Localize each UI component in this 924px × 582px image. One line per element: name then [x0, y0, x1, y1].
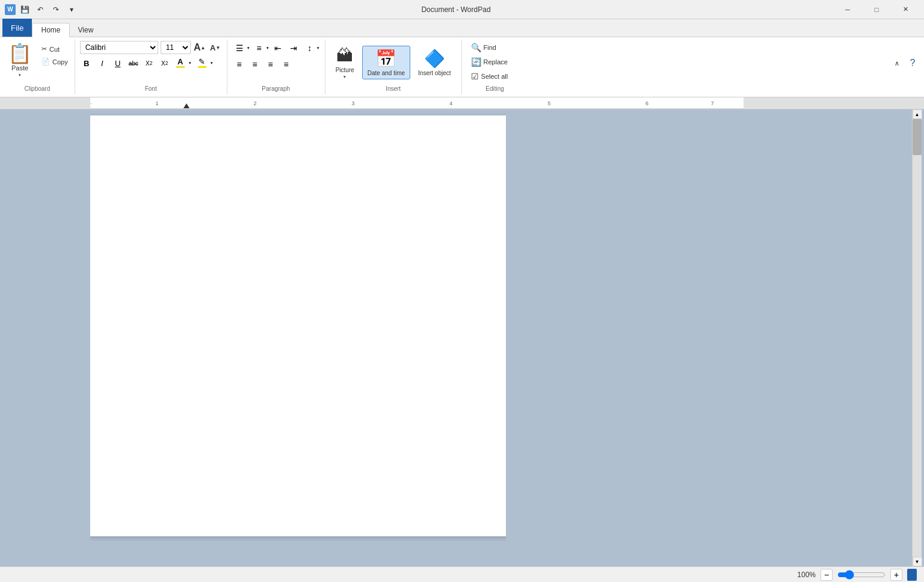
zoom-out-button[interactable]: −	[821, 569, 833, 581]
quick-access-dropdown[interactable]: ▾	[65, 3, 78, 16]
ribbon-wrapper: File Home View 📋 Paste ▾ ✂ Cut 📄	[0, 19, 924, 97]
bullet-list-arrow: ▾	[247, 46, 250, 51]
font-name-select[interactable]: Calibri	[80, 41, 158, 54]
paragraph-row1: ☰ ▾ ≡ ▾ ⇤ ⇥ ↕ ▾	[232, 41, 320, 55]
align-left-button[interactable]: ≡	[232, 58, 247, 71]
font-size-select[interactable]: 11	[161, 41, 191, 54]
ruler-marks-svg: · 1 2 3 4 5 6 7	[90, 97, 744, 109]
bold-button[interactable]: B	[80, 57, 93, 70]
right-side-margin: ▲ ▼	[506, 109, 924, 566]
document-page[interactable]	[90, 115, 506, 536]
numbered-list-icon: ≡	[252, 41, 266, 55]
left-indent-marker	[183, 103, 189, 108]
align-right-button[interactable]: ≡	[263, 58, 278, 71]
svg-text:2: 2	[254, 100, 257, 106]
underline-button[interactable]: U	[111, 57, 125, 70]
scrollbar-track	[913, 119, 922, 557]
line-spacing-arrow: ▾	[317, 46, 319, 51]
highlight-icon: ✎	[199, 57, 205, 66]
tab-home[interactable]: Home	[32, 23, 69, 37]
zoom-in-button[interactable]: +	[890, 569, 902, 581]
ribbon-tabs: File Home View	[0, 19, 924, 37]
editing-group: 🔍 Find 🔄 Replace ☑ Select all Editing	[462, 40, 528, 94]
strikethrough-button[interactable]: abc	[127, 57, 140, 70]
picture-icon: 🏔	[336, 46, 353, 66]
font-shrink-button[interactable]: A▼	[209, 41, 222, 54]
align-center-button[interactable]: ≡	[248, 58, 262, 71]
bullet-list-button[interactable]: ☰ ▾	[232, 41, 250, 55]
paragraph-row2: ≡ ≡ ≡ ≡	[232, 58, 320, 71]
subscript-button[interactable]: X2	[143, 57, 156, 70]
svg-text:6: 6	[645, 100, 648, 106]
select-all-button[interactable]: ☑ Select all	[467, 70, 523, 83]
ribbon: 📋 Paste ▾ ✂ Cut 📄 Copy Clipboard	[0, 37, 924, 97]
redo-button[interactable]: ↷	[49, 3, 63, 16]
picture-button[interactable]: 🏔 Picture ▾	[330, 43, 360, 82]
insert-content: 🏔 Picture ▾ 📅 Date and time 🔷 Insert obj…	[330, 41, 457, 84]
superscript-button[interactable]: X2	[158, 57, 171, 70]
highlight-color-button[interactable]: ✎	[196, 57, 209, 70]
tab-file[interactable]: File	[2, 19, 32, 37]
ruler-inner: · 1 2 3 4 5 6 7	[90, 97, 744, 109]
paste-icon: 📋	[8, 44, 32, 63]
insert-group-label: Insert	[330, 84, 457, 93]
insert-group: 🏔 Picture ▾ 📅 Date and time 🔷 Insert obj…	[325, 40, 462, 94]
svg-text:3: 3	[351, 100, 354, 106]
paste-button[interactable]: 📋 Paste ▾	[2, 41, 37, 84]
scrollbar-thumb[interactable]	[913, 119, 922, 155]
increase-indent-button[interactable]: ⇥	[286, 41, 301, 55]
italic-button[interactable]: I	[96, 57, 109, 70]
font-grow-button[interactable]: A▲	[193, 41, 206, 54]
decrease-indent-button[interactable]: ⇤	[271, 41, 285, 55]
find-button[interactable]: 🔍 Find	[467, 41, 523, 54]
insert-object-icon: 🔷	[424, 49, 445, 69]
maximize-button[interactable]: □	[863, 0, 890, 19]
numbered-list-button[interactable]: ≡ ▾	[251, 41, 270, 55]
close-button[interactable]: ✕	[892, 0, 919, 19]
app-icon: W	[5, 4, 16, 15]
help-button[interactable]: ?	[906, 57, 919, 70]
bullet-list-icon: ☰	[233, 41, 247, 55]
minimize-button[interactable]: ─	[834, 0, 861, 19]
window-controls: ─ □ ✕	[834, 0, 919, 19]
font-color-swatch	[176, 66, 185, 68]
picture-label: Picture	[336, 67, 354, 73]
copy-icon: 📄	[42, 58, 50, 66]
font-color-icon: A	[177, 57, 183, 66]
save-button[interactable]: 💾	[18, 3, 31, 16]
font-color-dropdown[interactable]: ▾	[187, 57, 193, 70]
date-time-button[interactable]: 📅 Date and time	[362, 46, 410, 79]
replace-button[interactable]: 🔄 Replace	[467, 55, 523, 69]
page-view-button[interactable]	[907, 569, 917, 581]
cut-label: Cut	[49, 46, 60, 53]
clipboard-content: 📋 Paste ▾ ✂ Cut 📄 Copy	[2, 41, 72, 84]
scrollbar-up-button[interactable]: ▲	[913, 109, 922, 119]
svg-text:1: 1	[156, 100, 159, 106]
line-spacing-button[interactable]: ↕ ▾	[302, 41, 320, 55]
paragraph-group-label: Paragraph	[232, 84, 320, 93]
select-all-icon: ☑	[471, 72, 479, 81]
justify-button[interactable]: ≡	[279, 58, 294, 71]
editing-group-label: Editing	[467, 84, 523, 93]
ribbon-collapse-button[interactable]: ∧	[890, 57, 904, 70]
highlight-swatch	[198, 66, 206, 68]
font-color-button[interactable]: A	[174, 57, 187, 70]
date-time-label: Date and time	[368, 70, 405, 76]
document-area[interactable]	[90, 109, 506, 566]
svg-text:·: ·	[90, 100, 92, 106]
cut-button[interactable]: ✂ Cut	[37, 43, 72, 55]
copy-button[interactable]: 📄 Copy	[37, 56, 72, 67]
date-time-icon: 📅	[375, 49, 396, 69]
tab-view[interactable]: View	[70, 23, 102, 37]
title-bar-left: W 💾 ↶ ↷ ▾	[5, 3, 78, 16]
zoom-slider[interactable]	[837, 570, 886, 580]
vertical-scrollbar[interactable]: ▲ ▼	[912, 109, 922, 566]
highlight-dropdown[interactable]: ▾	[209, 57, 215, 70]
undo-button[interactable]: ↶	[34, 3, 47, 16]
insert-object-button[interactable]: 🔷 Insert object	[413, 46, 456, 79]
status-bar: 100% − +	[0, 566, 924, 582]
svg-text:5: 5	[547, 100, 550, 106]
scrollbar-down-button[interactable]: ▼	[913, 557, 922, 566]
window-title: Document - WordPad	[78, 5, 834, 14]
paragraph-group: ☰ ▾ ≡ ▾ ⇤ ⇥ ↕ ▾ ≡ ≡ ≡ ≡ Paragr	[227, 40, 325, 94]
